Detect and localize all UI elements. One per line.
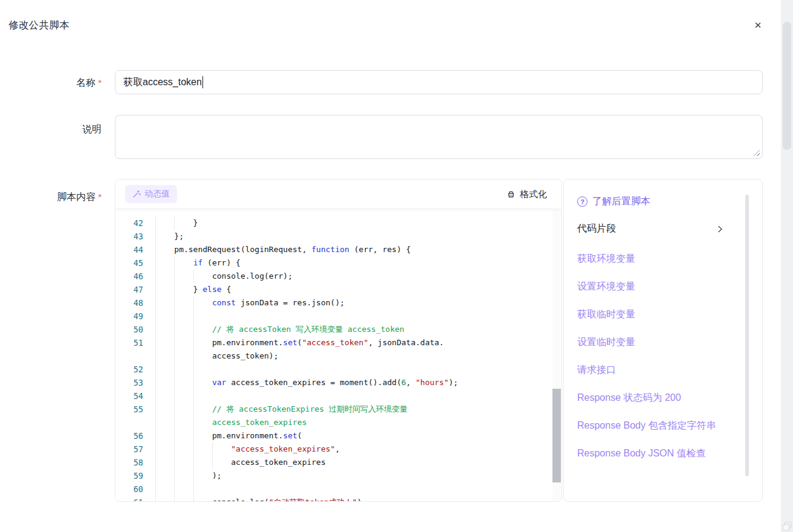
- indent-guide: [174, 216, 175, 230]
- line-number: 56: [115, 429, 143, 443]
- code-line: 42 }: [115, 216, 562, 230]
- code-text: } else {: [149, 283, 231, 296]
- indent-guide: [155, 443, 156, 456]
- dynamic-value-button[interactable]: 动态值: [125, 185, 177, 203]
- magic-wand-icon: [132, 190, 141, 198]
- code-line: 49: [115, 310, 562, 323]
- code-text: access_token_expires: [149, 456, 326, 469]
- indent-guide: [193, 443, 194, 456]
- sidebar-scrollbar-thumb[interactable]: [745, 195, 749, 476]
- indent-guide: [193, 456, 194, 469]
- indent-guide: [155, 456, 156, 469]
- indent-guide: [155, 230, 156, 243]
- code-line: 61 console.log("自动获取token成功！");: [115, 496, 562, 501]
- code-line: 59 );: [115, 469, 562, 482]
- indent-guide: [193, 376, 194, 389]
- code-text: pm.environment.set(: [149, 429, 302, 443]
- code-text: const jsonData = res.json();: [149, 296, 345, 310]
- snippet-link-get-temp[interactable]: 获取临时变量: [577, 307, 733, 322]
- indent-guide: [193, 403, 194, 429]
- indent-guide: [155, 376, 156, 389]
- snippet-link-body-contains[interactable]: Response Body 包含指定字符串: [577, 418, 733, 433]
- code-text: };: [149, 230, 184, 243]
- indent-guide: [174, 363, 175, 376]
- help-link[interactable]: ? 了解后置脚本: [577, 195, 650, 208]
- code-line: 54: [115, 389, 562, 403]
- indent-guide: [212, 456, 213, 469]
- line-number: 59: [115, 469, 143, 482]
- snippets-header[interactable]: 代码片段: [577, 222, 748, 235]
- line-number: 44: [115, 243, 143, 256]
- indent-guide: [174, 376, 175, 389]
- indent-guide: [193, 363, 194, 376]
- indent-guide: [174, 296, 175, 310]
- question-circle-icon: ?: [577, 196, 587, 207]
- indent-guide: [155, 429, 156, 443]
- code-line: 44 pm.sendRequest(loginRequest, function…: [115, 243, 562, 256]
- snippet-link-body-json-check[interactable]: Response Body JSON 值检查: [577, 446, 733, 461]
- code-editor[interactable]: 42 }43 };44 pm.sendRequest(loginRequest,…: [115, 209, 562, 501]
- editor-toolbar: 动态值 格式化: [115, 180, 562, 209]
- indent-guide: [155, 336, 156, 363]
- resize-grip-icon[interactable]: [754, 150, 760, 156]
- indent-guide: [174, 270, 175, 283]
- indent-guide: [193, 429, 194, 443]
- indent-guide: [174, 310, 175, 323]
- code-line: 56 pm.environment.set(: [115, 429, 562, 443]
- indent-guide: [193, 296, 194, 310]
- name-input[interactable]: 获取access_token: [115, 70, 763, 94]
- snippet-link-request-api[interactable]: 请求接口: [577, 362, 733, 378]
- line-number: 54: [115, 389, 143, 403]
- editor-scrollbar-thumb[interactable]: [552, 389, 561, 482]
- indent-guide: [174, 496, 175, 501]
- page-scrollbar-thumb[interactable]: [783, 22, 791, 150]
- snippet-link-status-200[interactable]: Response 状态码为 200: [577, 390, 733, 406]
- code-text: console.log("自动获取token成功！");: [149, 496, 366, 501]
- script-editor-panel: 动态值 格式化 42 }43 };44 pm.sendRequest(login…: [115, 179, 562, 502]
- close-icon[interactable]: ✕: [751, 18, 765, 33]
- indent-guide: [193, 270, 194, 283]
- indent-guide: [155, 363, 156, 376]
- code-line: 51 pm.environment.set("access_token", js…: [115, 336, 562, 363]
- description-textarea[interactable]: [115, 115, 763, 159]
- chevron-right-icon: [715, 224, 725, 234]
- indent-guide: [155, 243, 156, 256]
- name-input-value: 获取access_token: [123, 76, 202, 89]
- line-number: 51: [115, 336, 143, 363]
- indent-guide: [174, 429, 175, 443]
- line-number: 49: [115, 310, 143, 323]
- code-text: [149, 310, 155, 323]
- code-text: [149, 389, 155, 403]
- code-text: console.log(err);: [149, 270, 293, 283]
- code-line: 52: [115, 363, 562, 376]
- page-title: 修改公共脚本: [8, 19, 70, 32]
- code-line: 43 };: [115, 230, 562, 243]
- code-text: "access_token_expires",: [149, 443, 340, 456]
- line-number: 58: [115, 456, 143, 469]
- code-line: 48 const jsonData = res.json();: [115, 296, 562, 310]
- line-number: 55: [115, 403, 143, 429]
- line-number: 57: [115, 443, 143, 456]
- script-field-label: 脚本内容*: [11, 191, 102, 204]
- required-asterisk: *: [98, 192, 102, 202]
- snippet-link-get-env[interactable]: 获取环境变量: [577, 251, 733, 267]
- code-text: // 将 accessTokenExpires 过期时间写入环境变量 acces…: [149, 403, 407, 429]
- indent-guide: [193, 389, 194, 403]
- indent-guide: [174, 469, 175, 482]
- format-button[interactable]: 格式化: [507, 189, 547, 200]
- snippet-link-list: 获取环境变量 设置环境变量 获取临时变量 设置临时变量 请求接口 Respons…: [577, 251, 733, 461]
- snippet-link-set-env[interactable]: 设置环境变量: [577, 279, 733, 294]
- indent-guide: [155, 270, 156, 283]
- line-number: 48: [115, 296, 143, 310]
- indent-guide: [193, 336, 194, 363]
- code-text: }: [149, 216, 198, 230]
- indent-guide: [174, 443, 175, 456]
- indent-guide: [193, 323, 194, 336]
- text-caret: [202, 76, 204, 88]
- indent-guide: [155, 216, 156, 230]
- indent-guide: [174, 456, 175, 469]
- code-text: var access_token_expires = moment().add(…: [149, 376, 458, 389]
- code-line: 46 console.log(err);: [115, 270, 562, 283]
- snippet-link-set-temp[interactable]: 设置临时变量: [577, 334, 733, 350]
- indent-guide: [174, 482, 175, 496]
